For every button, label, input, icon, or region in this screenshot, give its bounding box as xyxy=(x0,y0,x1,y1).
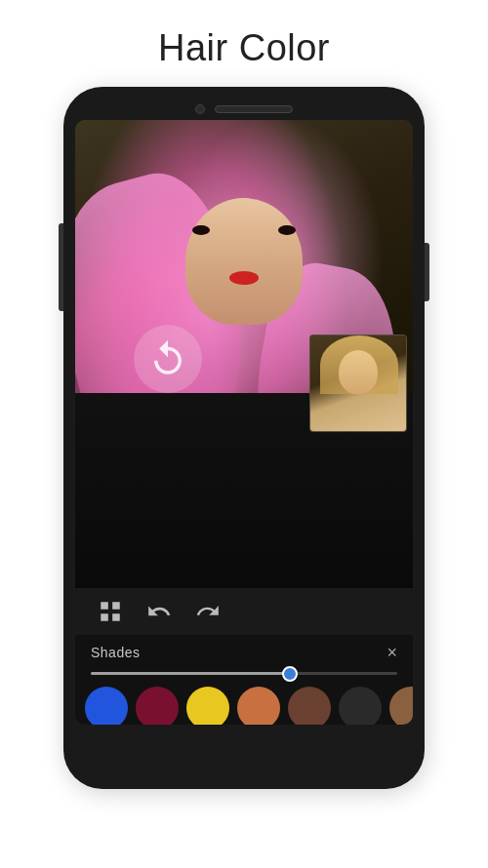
phone-top-bar xyxy=(75,102,413,120)
shades-header: Shades × xyxy=(75,635,413,670)
shades-slider-row xyxy=(75,670,413,681)
phone-camera xyxy=(195,104,205,114)
before-face xyxy=(339,350,378,394)
slider-fill xyxy=(91,672,290,675)
swatch-blue[interactable] xyxy=(85,687,128,725)
photo-area xyxy=(75,120,413,588)
rotate-overlay-button[interactable] xyxy=(134,325,202,393)
toolbar-area: Shades × xyxy=(75,588,413,725)
face xyxy=(185,198,303,325)
swatch-burgundy[interactable] xyxy=(136,687,179,725)
eye-right xyxy=(278,225,296,235)
shades-close-button[interactable]: × xyxy=(386,644,397,661)
redo-icon-button[interactable] xyxy=(192,596,224,627)
tool-icons-row xyxy=(75,588,413,635)
before-image xyxy=(310,335,406,431)
grid-icon xyxy=(98,599,123,624)
undo-icon-button[interactable] xyxy=(143,596,175,627)
swatch-auburn[interactable] xyxy=(237,687,280,725)
before-thumbnail[interactable] xyxy=(309,335,407,432)
lips xyxy=(229,271,259,285)
swatch-brown[interactable] xyxy=(288,687,331,725)
shades-panel: Shades × xyxy=(75,635,413,725)
swatch-yellow[interactable] xyxy=(186,687,229,725)
swatch-black[interactable] xyxy=(339,687,382,725)
grid-icon-button[interactable] xyxy=(95,596,126,627)
redo-icon xyxy=(195,599,221,624)
rotate-icon xyxy=(147,338,188,379)
eye-left xyxy=(192,225,210,235)
phone-speaker xyxy=(215,105,293,113)
swatches-row xyxy=(75,681,413,725)
phone-shell: Shades × xyxy=(63,87,425,789)
shades-label: Shades xyxy=(91,645,140,660)
shades-slider-track[interactable] xyxy=(91,672,397,675)
swatch-light-brown[interactable] xyxy=(389,687,413,725)
undo-icon xyxy=(146,599,172,624)
phone-screen: Shades × xyxy=(75,120,413,725)
page-title: Hair Color xyxy=(158,27,330,69)
slider-thumb[interactable] xyxy=(282,666,298,682)
